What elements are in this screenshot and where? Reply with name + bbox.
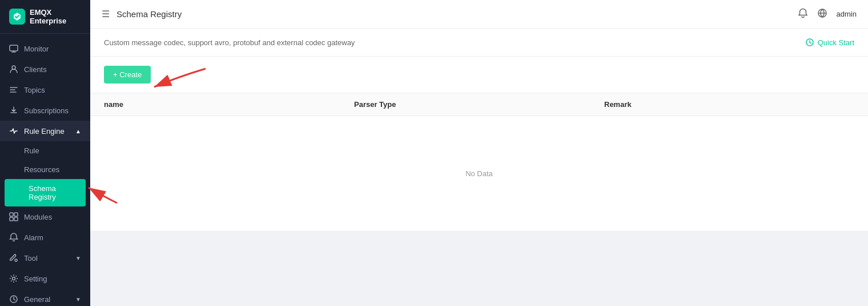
create-button[interactable]: + Create (104, 66, 151, 84)
topbar-right: admin (798, 8, 857, 21)
svg-point-1 (12, 66, 15, 69)
rule-engine-icon (9, 126, 18, 136)
col-header-remark: Remark (604, 100, 854, 109)
no-data-message: No Data (465, 169, 493, 178)
sidebar-item-alarm[interactable]: Alarm (0, 227, 90, 248)
sidebar-item-resources[interactable]: Resources (0, 160, 90, 179)
quick-start-button[interactable]: Quick Start (805, 38, 854, 47)
admin-label[interactable]: admin (837, 10, 857, 18)
sidebar-item-alarm-label: Alarm (24, 233, 43, 242)
subscriptions-icon (9, 106, 18, 115)
svg-rect-2 (10, 213, 13, 216)
setting-icon (9, 274, 18, 283)
topbar: ☰ Schema Registry admin (90, 0, 868, 29)
info-banner: Custom message codec, support avro, prot… (90, 29, 868, 57)
svg-point-6 (15, 259, 17, 261)
info-description: Custom message codec, support avro, prot… (104, 38, 355, 47)
general-icon (9, 295, 18, 304)
toolbar: + Create (90, 57, 868, 93)
sidebar-item-modules-label: Modules (24, 213, 52, 221)
monitor-icon (9, 44, 18, 53)
sidebar-item-general[interactable]: General ▼ (0, 289, 90, 306)
svg-rect-0 (10, 45, 18, 51)
modules-icon (9, 212, 18, 221)
chevron-up-icon: ▲ (75, 128, 81, 134)
logo-icon (9, 9, 25, 25)
col-header-parser-type: Parser Type (354, 100, 604, 109)
menu-toggle-icon[interactable]: ☰ (102, 9, 110, 19)
sidebar-item-general-label: General (24, 295, 50, 304)
sidebar-item-schema-registry-label: Schema Registry (29, 184, 77, 201)
sidebar-item-clients[interactable]: Clients (0, 59, 90, 80)
sidebar-item-resources-label: Resources (24, 165, 59, 174)
sidebar-item-subscriptions[interactable]: Subscriptions (0, 100, 90, 121)
create-button-label: + Create (113, 70, 142, 79)
sidebar-item-setting-label: Setting (24, 275, 47, 283)
chevron-down-general-icon: ▼ (75, 296, 81, 303)
sidebar-nav: Monitor Clients Topics (0, 34, 90, 306)
clients-icon (9, 65, 18, 74)
sidebar-item-monitor-label: Monitor (24, 45, 49, 53)
main-area: ☰ Schema Registry admin (90, 0, 868, 306)
svg-rect-3 (14, 213, 18, 216)
quick-start-label: Quick Start (818, 38, 854, 47)
sidebar-item-topics-label: Topics (24, 86, 45, 94)
topics-icon (9, 85, 18, 94)
svg-point-7 (13, 277, 15, 280)
sidebar-item-monitor[interactable]: Monitor (0, 38, 90, 59)
sidebar-item-modules[interactable]: Modules (0, 206, 90, 227)
sidebar-item-clients-label: Clients (24, 65, 47, 74)
table-header: name Parser Type Remark (90, 93, 868, 116)
logo-text: EMQX Enterprise (30, 8, 81, 25)
sidebar-item-subscriptions-label: Subscriptions (24, 106, 69, 115)
sidebar-item-setting[interactable]: Setting (0, 268, 90, 289)
col-header-name: name (104, 100, 354, 109)
sidebar-item-rule-label: Rule (24, 146, 39, 155)
chevron-down-tool-icon: ▼ (75, 255, 81, 261)
sidebar-item-schema-registry[interactable]: Schema Registry (5, 179, 86, 206)
sidebar-item-tool-label: Tool (24, 254, 38, 263)
sidebar-item-topics[interactable]: Topics (0, 80, 90, 100)
content-area: Custom message codec, support avro, prot… (90, 29, 868, 306)
sidebar-item-rule-engine-label: Rule Engine (24, 127, 65, 136)
tool-icon (9, 253, 18, 263)
notification-icon[interactable] (798, 8, 808, 21)
table-area: + Create name Parser Type Remark No Data (90, 57, 868, 231)
globe-icon[interactable] (817, 8, 827, 21)
sidebar-item-rule-engine[interactable]: Rule Engine ▲ (0, 121, 90, 141)
svg-rect-4 (10, 217, 13, 221)
logo-area[interactable]: EMQX Enterprise (0, 0, 90, 34)
table-body: No Data (90, 116, 868, 231)
alarm-icon (9, 233, 18, 242)
sidebar-item-tool[interactable]: Tool ▼ (0, 248, 90, 268)
page-title: Schema Registry (116, 9, 182, 19)
sidebar-item-rule[interactable]: Rule (0, 141, 90, 160)
svg-rect-5 (14, 217, 18, 221)
sidebar: EMQX Enterprise Monitor Clients (0, 0, 90, 306)
